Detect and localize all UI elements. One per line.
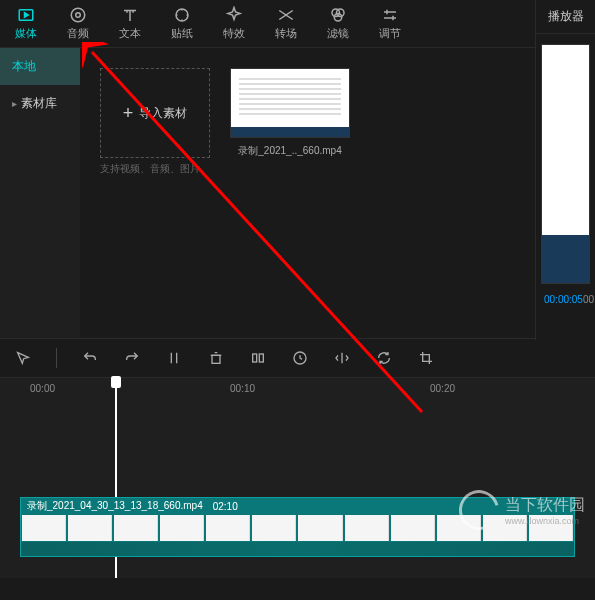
top-tabs: 媒体 音频 文本 贴纸 特效 转场 滤镜 调节 <box>0 0 595 48</box>
sidebar-item-library[interactable]: ▸ 素材库 <box>0 85 80 122</box>
media-thumbnail <box>230 68 350 138</box>
time-total: 00 <box>583 294 594 305</box>
player-title: 播放器 <box>536 0 595 34</box>
divider <box>56 348 57 368</box>
media-panel: +导入素材 支持视频、音频、图片 录制_2021_.._660.mp4 <box>80 48 595 338</box>
svg-point-3 <box>176 9 188 21</box>
ruler-tick: 00:20 <box>430 383 455 394</box>
delete-button[interactable] <box>207 349 225 367</box>
tab-effect[interactable]: 特效 <box>208 0 260 47</box>
clip-audio-waveform <box>21 542 574 556</box>
tab-sticker[interactable]: 贴纸 <box>156 0 208 47</box>
sticker-icon <box>173 6 191 24</box>
time-current: 00:00:05 <box>544 294 583 305</box>
speed-button[interactable] <box>291 349 309 367</box>
svg-point-6 <box>334 14 342 22</box>
undo-button[interactable] <box>81 349 99 367</box>
text-icon <box>121 6 139 24</box>
rotate-button[interactable] <box>375 349 393 367</box>
crop-button[interactable] <box>417 349 435 367</box>
track-area[interactable]: 录制_2021_04_30_13_13_18_660.mp4 02:10 <box>0 402 595 567</box>
player-panel: 播放器 00:00:05 00 <box>535 0 595 340</box>
effect-icon <box>225 6 243 24</box>
media-item[interactable]: 录制_2021_.._660.mp4 <box>230 68 350 158</box>
svg-rect-7 <box>212 355 220 363</box>
svg-point-2 <box>76 13 81 18</box>
transition-icon <box>277 6 295 24</box>
tab-text[interactable]: 文本 <box>104 0 156 47</box>
clip-filename: 录制_2021_04_30_13_13_18_660.mp4 <box>27 499 203 513</box>
ruler-tick: 00:00 <box>30 383 55 394</box>
filter-icon <box>329 6 347 24</box>
timeline-ruler[interactable]: 00:00 00:10 00:20 <box>0 378 595 402</box>
timeline: 00:00 00:10 00:20 录制_2021_04_30_13_13_18… <box>0 378 595 578</box>
clip-duration: 02:10 <box>213 501 238 512</box>
chevron-right-icon: ▸ <box>12 98 17 109</box>
import-container: +导入素材 支持视频、音频、图片 <box>100 68 210 176</box>
split-button[interactable] <box>165 349 183 367</box>
import-button[interactable]: +导入素材 <box>100 68 210 158</box>
sidebar: 本地 ▸ 素材库 <box>0 48 80 338</box>
tab-media[interactable]: 媒体 <box>0 0 52 47</box>
watermark-logo-icon <box>452 483 507 538</box>
player-preview[interactable] <box>541 44 590 284</box>
tab-audio[interactable]: 音频 <box>52 0 104 47</box>
svg-rect-8 <box>253 354 257 362</box>
redo-button[interactable] <box>123 349 141 367</box>
tab-filter[interactable]: 滤镜 <box>312 0 364 47</box>
main-area: 本地 ▸ 素材库 +导入素材 支持视频、音频、图片 录制_2021_.._660… <box>0 48 595 338</box>
audio-icon <box>69 6 87 24</box>
watermark-url: www.downxia.com <box>505 516 585 526</box>
mirror-button[interactable] <box>333 349 351 367</box>
watermark: 当下软件园 www.downxia.com <box>459 490 585 530</box>
svg-point-1 <box>71 8 85 22</box>
player-timecode: 00:00:05 00 <box>536 294 595 305</box>
svg-rect-9 <box>259 354 263 362</box>
sidebar-item-local[interactable]: 本地 <box>0 48 80 85</box>
plus-icon: + <box>123 103 134 124</box>
ruler-tick: 00:10 <box>230 383 255 394</box>
watermark-title: 当下软件园 <box>505 495 585 516</box>
tab-transition[interactable]: 转场 <box>260 0 312 47</box>
import-subtitle: 支持视频、音频、图片 <box>100 162 210 176</box>
tab-adjust[interactable]: 调节 <box>364 0 416 47</box>
timeline-toolbar <box>0 338 595 378</box>
freeze-button[interactable] <box>249 349 267 367</box>
adjust-icon <box>381 6 399 24</box>
media-icon <box>17 6 35 24</box>
select-tool[interactable] <box>14 349 32 367</box>
media-filename: 录制_2021_.._660.mp4 <box>230 144 350 158</box>
